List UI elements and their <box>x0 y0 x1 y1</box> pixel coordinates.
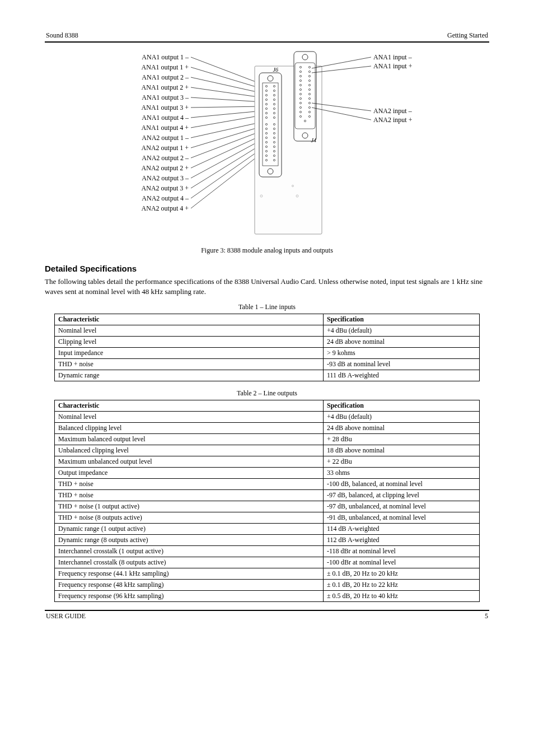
table-cell: Unbalanced clipping level <box>55 445 324 456</box>
figure-diagram: ANA1 output 1 – ANA1 output 1 + ANA1 out… <box>45 49 489 242</box>
svg-line-22 <box>191 111 261 118</box>
figure-caption: Figure 3: 8388 module analog inputs and … <box>45 246 489 255</box>
svg-text:ANA2 output 4 +: ANA2 output 4 + <box>142 204 189 212</box>
svg-text:ANA1 output 2 +: ANA1 output 2 + <box>142 83 189 91</box>
svg-text:ANA2 input +: ANA2 input + <box>373 116 413 124</box>
table-row: Balanced clipping level24 dB above nomin… <box>55 423 480 434</box>
table-cell: + 28 dBu <box>324 434 480 445</box>
table-row: Input impedance> 9 kohms <box>55 348 480 359</box>
table-cell: Frequency response (48 kHz sampling) <box>55 580 324 591</box>
table-cell: Frequency response (44.1 kHz sampling) <box>55 568 324 580</box>
table-header: Specification <box>324 400 480 412</box>
svg-text:ANA2 output 1 +: ANA2 output 1 + <box>142 144 189 152</box>
table-cell: Nominal level <box>55 412 324 423</box>
table-cell: -97 dB, unbalanced, at nominal level <box>324 501 480 512</box>
header-rule <box>45 41 489 43</box>
table-cell: Interchannel crosstalk (1 output active) <box>55 546 324 557</box>
svg-text:ANA2 output 2 +: ANA2 output 2 + <box>142 164 189 172</box>
table-row: Maximum unbalanced output level+ 22 dBu <box>55 456 480 468</box>
svg-line-27 <box>191 136 261 168</box>
table-cell: -97 dB, balanced, at clipping level <box>324 490 480 501</box>
svg-line-23 <box>191 115 261 128</box>
table-row: THD + noise-93 dB at nominal level <box>55 359 480 370</box>
table1-caption: Table 1 – Line inputs <box>45 303 489 311</box>
table-cell: Dynamic range (1 output active) <box>55 524 324 535</box>
table-row: THD + noise (8 outputs active)-91 dB, un… <box>55 512 480 524</box>
svg-text:J4: J4 <box>311 137 316 143</box>
table-cell: ± 0.5 dB, 20 Hz to 40 kHz <box>324 591 480 602</box>
leader-lines-left <box>191 57 261 208</box>
svg-text:ANA2 output 2 –: ANA2 output 2 – <box>142 154 189 162</box>
table-row: Interchannel crosstalk (8 outputs active… <box>55 557 480 568</box>
svg-rect-71 <box>294 52 316 141</box>
table-row: THD + noise-97 dB, balanced, at clipping… <box>55 490 480 501</box>
svg-line-20 <box>191 97 261 102</box>
table-cell: Balanced clipping level <box>55 423 324 434</box>
table2-caption: Table 2 – Line outputs <box>45 389 489 398</box>
svg-text:ANA1 output 2 –: ANA1 output 2 – <box>142 73 189 81</box>
footer-rule <box>45 610 489 611</box>
svg-text:ANA2 output 4 –: ANA2 output 4 – <box>142 194 189 202</box>
svg-text:ANA1 output 1 –: ANA1 output 1 – <box>142 53 189 61</box>
svg-line-30 <box>191 149 261 198</box>
table-cell: -100 dB, balanced, at nominal level <box>324 479 480 490</box>
svg-text:ANA2 input –: ANA2 input – <box>373 107 413 115</box>
svg-line-31 <box>191 153 261 208</box>
table-row: Interchannel crosstalk (1 output active)… <box>55 546 480 557</box>
table-cell: 111 dB A-weighted <box>324 370 480 381</box>
table-cell: +4 dBu (default) <box>324 325 480 337</box>
table-cell: > 9 kohms <box>324 348 480 359</box>
table-header: Characteristic <box>55 314 324 325</box>
table-cell: Input impedance <box>55 348 324 359</box>
svg-text:ANA1 output 4 –: ANA1 output 4 – <box>142 114 189 122</box>
svg-line-19 <box>191 87 261 97</box>
table-cell: Nominal level <box>55 325 324 337</box>
table-cell: 24 dB above nominal <box>324 423 480 434</box>
table-cell: ± 0.1 dB, 20 Hz to 22 kHz <box>324 580 480 591</box>
table-row: Dynamic range (8 outputs active)112 dB A… <box>55 535 480 546</box>
table-row: Dynamic range111 dB A-weighted <box>55 370 480 381</box>
table-cell: 33 ohms <box>324 468 480 479</box>
table-cell: Interchannel crosstalk (8 outputs active… <box>55 557 324 568</box>
left-labels: ANA1 output 1 – ANA1 output 1 + ANA1 out… <box>142 53 189 212</box>
table-cell: Output impedance <box>55 468 324 479</box>
table-row: THD + noise (1 output active)-97 dB, unb… <box>55 501 480 512</box>
page-header: Sound 8388 Getting Started <box>45 31 489 41</box>
svg-line-28 <box>191 140 261 178</box>
table-row: Output impedance33 ohms <box>55 468 480 479</box>
table-cell: 18 dB above nominal <box>324 445 480 456</box>
table-row: Frequency response (48 kHz sampling)± 0.… <box>55 580 480 591</box>
svg-text:ANA1 input +: ANA1 input + <box>373 62 413 70</box>
connector-j4: J4 <box>294 52 316 143</box>
table-cell: -91 dB, unbalanced, at nominal level <box>324 512 480 524</box>
svg-text:ANA1 output 4 +: ANA1 output 4 + <box>142 124 189 132</box>
svg-text:ANA1 output 3 +: ANA1 output 3 + <box>142 104 189 111</box>
table-header: Specification <box>324 314 480 325</box>
svg-line-29 <box>191 144 261 188</box>
table-cell: 114 dB A-weighted <box>324 524 480 535</box>
footer-left: USER GUIDE <box>46 612 86 620</box>
table-row: THD + noise-100 dB, balanced, at nominal… <box>55 479 480 490</box>
table-row: Frequency response (96 kHz sampling)± 0.… <box>55 591 480 602</box>
table-header: Characteristic <box>55 400 324 412</box>
table-cell: THD + noise (8 outputs active) <box>55 512 324 524</box>
svg-text:ANA2 output 1 –: ANA2 output 1 – <box>142 134 189 142</box>
table-cell: THD + noise <box>55 359 324 370</box>
table-cell: Maximum unbalanced output level <box>55 456 324 468</box>
table-cell: Dynamic range <box>55 370 324 381</box>
table-cell: Dynamic range (8 outputs active) <box>55 535 324 546</box>
svg-text:ANA1 output 3 –: ANA1 output 3 – <box>142 94 189 101</box>
table-row: Nominal level+4 dBu (default) <box>55 325 480 337</box>
table-line-outputs: Characteristic Specification Nominal lev… <box>54 400 480 602</box>
table-cell: THD + noise (1 output active) <box>55 501 324 512</box>
section-body: The following tables detail the performa… <box>45 277 489 296</box>
page-footer: USER GUIDE 5 <box>45 612 489 620</box>
table-cell: THD + noise <box>55 479 324 490</box>
svg-text:ANA1 input –: ANA1 input – <box>373 53 413 61</box>
section-title: Detailed Specifications <box>45 264 489 273</box>
table-cell: ± 0.1 dB, 20 Hz to 20 kHz <box>324 568 480 580</box>
table-cell: Clipping level <box>55 337 324 348</box>
table-cell: Maximum balanced output level <box>55 434 324 445</box>
footer-right: 5 <box>485 612 488 620</box>
table-row: Dynamic range (1 output active)114 dB A-… <box>55 524 480 535</box>
